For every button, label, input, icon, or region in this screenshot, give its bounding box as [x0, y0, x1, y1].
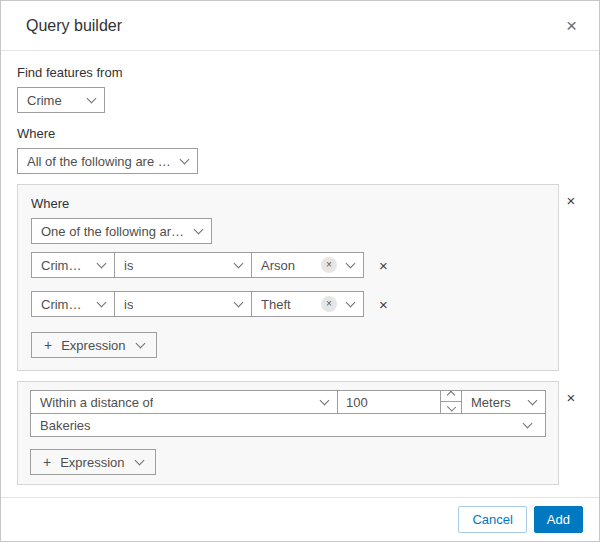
operator-select[interactable]: is: [114, 291, 252, 317]
delete-icon: ×: [379, 296, 388, 313]
clear-value-button[interactable]: ×: [321, 296, 337, 312]
dialog-footer: Cancel Add: [1, 497, 599, 541]
chevron-down-icon: [234, 298, 244, 308]
field-value: Crime Type: [41, 297, 88, 312]
add-expression-label: Expression: [60, 455, 124, 470]
distance-stepper: [440, 391, 461, 413]
dialog-body: Find features from Crime Where All of th…: [1, 51, 599, 497]
stepper-down-button[interactable]: [441, 402, 461, 413]
unit-select[interactable]: Meters: [461, 390, 546, 414]
operator-value: is: [124, 297, 133, 312]
add-expression-button[interactable]: + Expression: [30, 449, 156, 475]
find-features-label: Find features from: [17, 65, 583, 80]
delete-group-button[interactable]: ×: [563, 388, 580, 407]
delete-group-button[interactable]: ×: [563, 191, 580, 210]
top-operator-value: All of the following are true: [27, 154, 171, 169]
chevron-down-icon: [97, 259, 107, 269]
value-text: Arson: [261, 258, 295, 273]
dialog-title: Query builder: [26, 17, 122, 35]
spatial-expression-row: Within a distance of Meters: [30, 390, 546, 414]
delete-expression-button[interactable]: ×: [375, 256, 392, 275]
expression-row: Crime Type is Theft × ×: [31, 291, 545, 317]
stepper-up-button[interactable]: [441, 391, 461, 402]
add-expression-button[interactable]: + Expression: [31, 332, 157, 358]
expression-row: Crime Type is Arson × ×: [31, 252, 545, 278]
top-operator-select[interactable]: All of the following are true: [17, 148, 198, 174]
group1-operator-select[interactable]: One of the following are tr…: [31, 218, 212, 244]
clear-value-button[interactable]: ×: [321, 257, 337, 273]
plus-icon: +: [44, 337, 52, 353]
distance-input-wrap: [337, 390, 462, 414]
spatial-operator-value: Within a distance of: [40, 395, 153, 410]
delete-icon: ×: [567, 389, 576, 406]
group1-where-label: Where: [31, 196, 545, 211]
chevron-down-icon: [134, 456, 144, 466]
chevron-down-icon: [87, 94, 97, 104]
remove-value-icon: ×: [326, 298, 332, 309]
chevron-down-icon: [234, 259, 244, 269]
delete-expression-button[interactable]: ×: [375, 295, 392, 314]
close-icon: ×: [566, 15, 577, 36]
dialog-header: Query builder ×: [1, 1, 599, 51]
value-select[interactable]: Arson ×: [251, 252, 364, 278]
chevron-up-icon: [447, 391, 455, 399]
chevron-down-icon: [528, 396, 538, 406]
layer-select-value: Crime: [27, 93, 62, 108]
expression-group-1-wrap: Where One of the following are tr… Crime…: [17, 184, 583, 371]
expression-group-2-wrap: Within a distance of Meters: [17, 381, 583, 485]
where-label: Where: [17, 126, 583, 141]
field-value: Crime Type: [41, 258, 88, 273]
operator-value: is: [124, 258, 133, 273]
add-button[interactable]: Add: [534, 506, 583, 533]
distance-input[interactable]: [338, 391, 440, 413]
spatial-operator-select[interactable]: Within a distance of: [30, 390, 338, 414]
expression-group-2: Within a distance of Meters: [17, 381, 559, 485]
close-button[interactable]: ×: [562, 14, 581, 37]
chevron-down-icon: [97, 298, 107, 308]
value-select[interactable]: Theft ×: [251, 291, 364, 317]
operator-select[interactable]: is: [114, 252, 252, 278]
chevron-down-icon: [194, 225, 204, 235]
field-select[interactable]: Crime Type: [31, 291, 115, 317]
expression-group-1: Where One of the following are tr… Crime…: [17, 184, 559, 371]
spatial-layer-value: Bakeries: [40, 418, 91, 433]
delete-icon: ×: [567, 192, 576, 209]
chevron-down-icon: [346, 298, 356, 308]
remove-value-icon: ×: [326, 259, 332, 270]
cancel-button[interactable]: Cancel: [458, 506, 526, 533]
layer-select[interactable]: Crime: [17, 87, 105, 113]
chevron-down-icon: [135, 339, 145, 349]
plus-icon: +: [43, 454, 51, 470]
value-text: Theft: [261, 297, 291, 312]
add-expression-label: Expression: [61, 338, 125, 353]
spatial-layer-select[interactable]: Bakeries: [30, 413, 546, 437]
chevron-down-icon: [180, 155, 190, 165]
query-builder-dialog: Query builder × Find features from Crime…: [0, 0, 600, 542]
chevron-down-icon: [320, 396, 330, 406]
chevron-down-icon: [346, 259, 356, 269]
group1-operator-value: One of the following are tr…: [41, 224, 185, 239]
unit-value: Meters: [471, 395, 511, 410]
chevron-down-icon: [446, 402, 455, 411]
delete-icon: ×: [379, 257, 388, 274]
field-select[interactable]: Crime Type: [31, 252, 115, 278]
chevron-down-icon: [523, 419, 533, 429]
